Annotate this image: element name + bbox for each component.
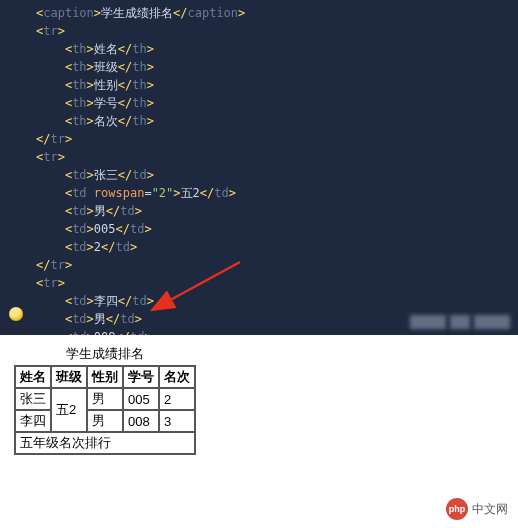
cell-footer: 五年级名次排行	[15, 432, 195, 454]
cell-rank: 2	[159, 388, 195, 410]
cell-gender: 男	[87, 388, 123, 410]
code-line: <th>性别</th>	[8, 76, 518, 94]
table-header-row: 姓名 班级 性别 学号 名次	[15, 366, 195, 388]
code-line: <td rowspan="2">五2</td>	[8, 184, 518, 202]
gutter	[6, 0, 26, 335]
cell-name: 张三	[15, 388, 51, 410]
table-row: 张三 五2 男 005 2	[15, 388, 195, 410]
code-line: </tr>	[8, 130, 518, 148]
brand-text: 中文网	[472, 501, 508, 518]
th-gender: 性别	[87, 366, 123, 388]
code-editor[interactable]: <caption>学生成绩排名</caption> <tr> <th>姓名</t…	[0, 0, 518, 335]
code-line: <td>男</td>	[8, 202, 518, 220]
code-line: <th>名次</th>	[8, 112, 518, 130]
code-line: <td>008</td>	[8, 328, 518, 335]
code-line: <tr>	[8, 274, 518, 292]
cell-class: 五2	[51, 388, 87, 432]
table-caption: 学生成绩排名	[14, 345, 196, 365]
table-row: 李四 男 008 3	[15, 410, 195, 432]
th-rank: 名次	[159, 366, 195, 388]
lightbulb-icon[interactable]	[9, 307, 23, 321]
code-line: <th>姓名</th>	[8, 40, 518, 58]
code-line: <tr>	[8, 148, 518, 166]
rendered-preview: 学生成绩排名 姓名 班级 性别 学号 名次 张三 五2 男 005 2 李四 男…	[0, 335, 518, 461]
code-line: <td>张三</td>	[8, 166, 518, 184]
student-table: 学生成绩排名 姓名 班级 性别 学号 名次 张三 五2 男 005 2 李四 男…	[14, 345, 196, 455]
brand-logo-icon: php	[446, 498, 468, 520]
cell-rank: 3	[159, 410, 195, 432]
th-name: 姓名	[15, 366, 51, 388]
code-line: </tr>	[8, 256, 518, 274]
code-line: <td>2</td>	[8, 238, 518, 256]
code-line: <caption>学生成绩排名</caption>	[8, 4, 518, 22]
code-line: <th>学号</th>	[8, 94, 518, 112]
editor-watermark	[410, 315, 510, 329]
table-footer-row: 五年级名次排行	[15, 432, 195, 454]
code-line: <th>班级</th>	[8, 58, 518, 76]
th-class: 班级	[51, 366, 87, 388]
code-line: <td>005</td>	[8, 220, 518, 238]
cell-sid: 005	[123, 388, 159, 410]
code-line: <tr>	[8, 22, 518, 40]
cell-sid: 008	[123, 410, 159, 432]
cell-gender: 男	[87, 410, 123, 432]
cell-name: 李四	[15, 410, 51, 432]
code-line: <td>李四</td>	[8, 292, 518, 310]
site-brand: php 中文网	[446, 498, 508, 520]
th-sid: 学号	[123, 366, 159, 388]
